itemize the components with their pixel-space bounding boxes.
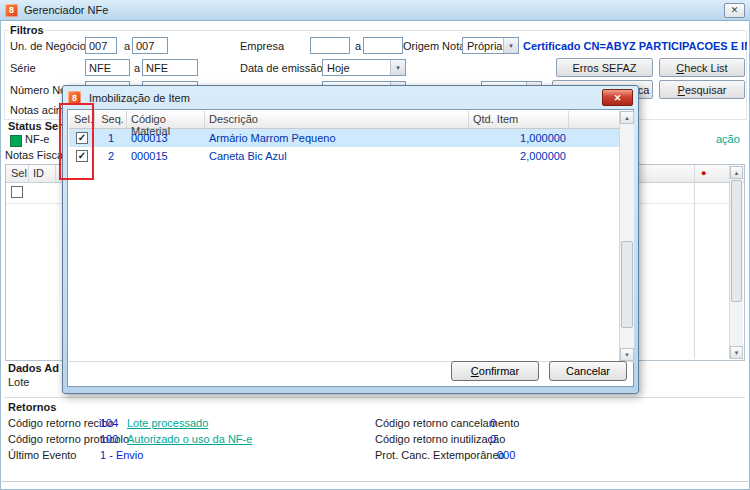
prot-canc-label: Prot. Canc. Extemporâneo [375,449,505,461]
cell-seq: 1 [95,132,127,144]
scroll-down-icon[interactable]: ▼ [620,348,634,361]
scrollbar-thumb[interactable] [621,241,633,328]
confirmar-button[interactable]: Confirmar [451,361,539,381]
retorno-cancelamento-value: 0 [490,417,496,429]
gerenciador-nfe-window: 8 Gerenciador NFe ✕ Filtros Un. de Negóc… [0,0,750,490]
check-list-button[interactable]: Check List [659,58,745,77]
app-icon: 8 [5,4,18,17]
dados-adicionais-title: Dados Ad [8,362,59,374]
origem-nota-value: Própria [467,40,502,52]
serie-label: Série [10,62,36,74]
col-sel-header: Sel [11,167,27,179]
retorno-inutilizacao-label: Código retorno inutilização [375,433,505,445]
retorno-recibo-label: Código retorno recibo [8,417,114,429]
items-grid: Sel. Seq. Código Material Descrição Qtd.… [69,111,634,362]
annotation-red-box [59,103,94,180]
cell-seq: 2 [95,150,127,162]
imobilizacao-dialog: 8 Imobilização de Item ✕ Sel. Seq. Códig… [62,85,639,394]
dialog-titlebar[interactable]: 8 Imobilização de Item ✕ [67,86,634,109]
truncated-link-fragment[interactable]: ação [716,133,740,145]
nfe-status-color-swatch [10,135,22,147]
row-select-checkbox[interactable]: ✓ [11,186,23,198]
retorno-cancelamento-label: Código retorno cancelamento [375,417,519,429]
chevron-down-icon: ▾ [503,38,518,53]
close-icon: ✕ [731,6,739,15]
empresa-to-input[interactable] [363,37,403,54]
nfe-status-label: NF-e [25,133,49,145]
grid-vscrollbar[interactable]: ▲ ▼ [619,111,634,361]
empresa-label: Empresa [240,40,284,52]
grid-row-1[interactable]: ✓ 1 000013 Armário Marrom Pequeno 1,0000… [69,129,634,147]
cell-descricao: Armário Marrom Pequeno [205,132,469,144]
lote-label: Lote [8,376,29,388]
dialog-close-button[interactable]: ✕ [602,89,633,106]
scroll-down-icon[interactable]: ▼ [730,346,743,359]
ultimo-evento-label: Último Evento [8,449,76,461]
filters-group-label: Filtros [8,24,46,36]
data-emissao-value: Hoje [327,62,350,74]
range-separator: a [355,40,361,52]
data-emissao-dropdown[interactable]: Hoje ▾ [322,59,406,76]
col-qtd-header: Qtd. Item [469,111,569,128]
serie-to-input[interactable] [142,59,198,76]
col-codigo-header: Código Material [127,111,205,128]
un-negocio-label: Un. de Negócio [10,40,86,52]
un-negocio-to-input[interactable] [132,37,168,54]
window-title: Gerenciador NFe [24,4,108,16]
ultimo-evento-value: 1 - Envio [100,449,143,461]
grid-row-2[interactable]: ✓ 2 000015 Caneta Bic Azul 2,000000 [69,147,634,165]
cell-qtd: 1,000000 [469,132,569,144]
close-icon: ✕ [614,93,622,103]
retorno-recibo-link[interactable]: Lote processado [127,417,208,429]
prot-canc-value: 000 [497,449,515,461]
certificado-text: Certificado CN=ABYZ PARTICIPACOES E INVE… [523,40,747,52]
pesquisar-label: Pesquisar [678,84,727,96]
cancelar-label: Cancelar [566,365,610,377]
cell-descricao: Caneta Bic Azul [205,150,469,162]
retornos-title: Retornos [8,401,56,413]
retorno-protocolo-link[interactable]: Autorizado o uso da NF-e [127,433,252,445]
cell-qtd: 2,000000 [469,150,569,162]
cell-codigo: 000015 [127,150,205,162]
retorno-inutilizacao-value: 0 [490,433,496,445]
un-negocio-from-input[interactable] [85,37,117,54]
erros-sefaz-label: Erros SEFAZ [572,62,636,74]
confirmar-label: Confirmar [471,365,519,377]
retorno-protocolo-value: 100 [100,433,118,445]
serie-from-input[interactable] [85,59,130,76]
empresa-from-input[interactable] [310,37,350,54]
cell-codigo: 000013 [127,132,205,144]
status-red-dot-icon: ● [701,169,706,178]
range-separator: a [124,40,130,52]
dialog-title: Imobilização de Item [89,92,190,104]
window-titlebar[interactable]: 8 Gerenciador NFe ✕ [0,0,750,21]
col-descricao-header: Descrição [205,111,469,128]
origem-nota-label: Origem Nota [403,40,465,52]
range-separator: a [134,62,140,74]
scrollbar-thumb[interactable] [731,180,742,302]
window-close-button[interactable]: ✕ [724,3,745,18]
items-grid-header: Sel. Seq. Código Material Descrição Qtd.… [69,111,634,129]
erros-sefaz-button[interactable]: Erros SEFAZ [556,58,653,77]
col-id-header: ID [33,167,44,179]
col-seq-header: Seq. [95,111,127,128]
origem-nota-dropdown[interactable]: Própria ▾ [462,37,519,54]
scroll-up-icon[interactable]: ▲ [730,166,743,179]
status-section-title: Status Ser [8,120,62,132]
notas-table-vscrollbar[interactable]: ▲ ▼ [729,166,743,359]
scroll-up-icon[interactable]: ▲ [620,111,634,124]
pesquisar-button[interactable]: Pesquisar [659,80,745,99]
dialog-body: Sel. Seq. Código Material Descrição Qtd.… [67,109,634,387]
cancelar-button[interactable]: Cancelar [549,361,627,381]
dialog-buttons: Confirmar Cancelar [451,361,627,381]
chevron-down-icon: ▾ [390,60,405,75]
retorno-recibo-value: 104 [100,417,118,429]
check-list-label: Check List [676,62,727,74]
data-emissao-label: Data de emissão [240,62,323,74]
